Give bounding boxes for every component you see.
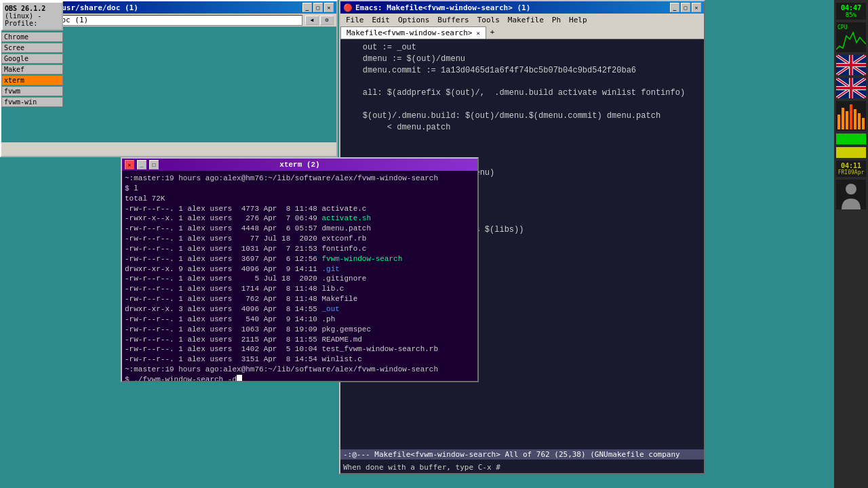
xterm-line-2: $ l bbox=[125, 184, 475, 194]
close-button[interactable]: ✕ bbox=[324, 3, 334, 12]
code-line-10 bbox=[343, 144, 701, 156]
code-line-3: dmenu.commit := 1a13d0465d1a6f4f74bc5b07… bbox=[343, 65, 701, 77]
emacs-modeline: -:@--- Makefile<fvwm-window-search> All … bbox=[340, 449, 704, 460]
taskbar-item-makefile[interactable]: Makef bbox=[1, 64, 63, 75]
cpu-chart-svg: CPU bbox=[836, 22, 866, 52]
xterm-line-15: -rw-r--r--. 1 alex users 540 Apr 9 14:10… bbox=[125, 314, 475, 325]
code-line-4 bbox=[343, 76, 701, 87]
code-line-8: < dmenu.patch bbox=[343, 122, 701, 134]
svg-rect-24 bbox=[850, 104, 852, 129]
widget-yellow-bar bbox=[836, 147, 866, 158]
emacs-menu-tools[interactable]: Tools bbox=[475, 15, 502, 25]
emacs-menu-buffers[interactable]: Buffers bbox=[435, 15, 471, 25]
xterm-window: ✕ _ □ xterm (2) ~:master:19 hours ago:al… bbox=[121, 157, 479, 382]
obs-profile: Profile: bbox=[5, 20, 60, 27]
left-task-panel: OBS 26.1.2 (linux) - Profile: Chrome Scr… bbox=[0, 0, 64, 488]
code-line-1: out := _out bbox=[343, 42, 701, 54]
xterm-line-1: ~:master:19 hours ago:alex@hm76:~/lib/so… bbox=[125, 174, 475, 184]
taskbar-item-scree[interactable]: Scree bbox=[1, 43, 63, 53]
svg-rect-26 bbox=[858, 113, 861, 129]
emacs-close-button[interactable]: ✕ bbox=[692, 3, 701, 12]
maximize-button[interactable]: □ bbox=[313, 3, 323, 12]
emacs-minibuffer[interactable]: When done with a buffer, type C-x # bbox=[340, 462, 704, 473]
widget-bar-chart bbox=[836, 101, 866, 131]
xterm-line-12: -rw-r--r--. 1 alex users 1714 Apr 8 11:4… bbox=[125, 284, 475, 294]
xterm-line-3: total 72K bbox=[125, 194, 475, 204]
fm-settings-button[interactable]: ⚙ bbox=[320, 16, 334, 25]
emacs-maximize-button[interactable]: □ bbox=[681, 3, 690, 12]
emacs-menu-edit[interactable]: Edit bbox=[370, 15, 393, 25]
emacs-window-controls: _ □ ✕ bbox=[670, 3, 701, 12]
xterm-titlebar: ✕ _ □ xterm (2) bbox=[122, 159, 477, 171]
bar-chart-svg bbox=[836, 101, 866, 131]
xterm-close-button[interactable]: ✕ bbox=[125, 160, 134, 169]
taskbar-item-xterm[interactable]: xterm bbox=[1, 75, 63, 85]
xterm-line-7: -rw-r--r--. 1 alex users 77 Jul 18 2020 … bbox=[125, 234, 475, 244]
obs-title: OBS 26.1.2 bbox=[5, 5, 60, 12]
clock2-time: 04:11 bbox=[837, 162, 865, 169]
svg-rect-23 bbox=[846, 111, 848, 129]
emacs-tab-add-button[interactable]: + bbox=[486, 26, 499, 39]
xterm-line-14: drwxr-xr-x. 3 alex users 4096 Apr 8 14:5… bbox=[125, 304, 475, 314]
taskbar-item-fvwm-win[interactable]: fvwm-win bbox=[1, 97, 63, 107]
emacs-tab-makefile[interactable]: Makefile<fvwm-window-search> ✕ bbox=[340, 26, 486, 39]
emacs-menu-makefile[interactable]: Makefile bbox=[505, 15, 547, 25]
taskbar-item-chrome[interactable]: Chrome bbox=[1, 32, 63, 42]
xterm-line-16: -rw-r--r--. 1 alex users 1063 Apr 8 19:0… bbox=[125, 325, 475, 335]
svg-text:CPU: CPU bbox=[837, 24, 848, 30]
spacefm-window-controls: _ □ ✕ bbox=[302, 3, 334, 12]
cursor bbox=[237, 375, 242, 381]
emacs-tabs: Makefile<fvwm-window-search> ✕ + bbox=[340, 26, 704, 39]
widget-clock: 04:47 85% bbox=[836, 3, 866, 20]
code-line-7: $(out)/.dmenu.build: $(out)/dmenu.$(dmen… bbox=[343, 110, 701, 122]
emacs-menu-options[interactable]: Options bbox=[395, 15, 432, 25]
emacs-icon: 🔴 bbox=[343, 3, 353, 12]
emacs-tab-close-icon[interactable]: ✕ bbox=[476, 30, 479, 37]
emacs-minimize-button[interactable]: _ bbox=[670, 3, 679, 12]
emacs-title: Emacs: Makefile<fvwm-window-search> (1) bbox=[355, 3, 530, 12]
xterm-maximize-button[interactable]: □ bbox=[149, 160, 159, 169]
fm-nav-button[interactable]: ◀ bbox=[305, 16, 319, 25]
emacs-modeline-text: -:@--- Makefile<fvwm-window-search> All … bbox=[343, 450, 680, 459]
svg-rect-19 bbox=[836, 87, 866, 89]
svg-point-29 bbox=[846, 184, 856, 195]
emacs-menu-help[interactable]: Help bbox=[566, 15, 590, 25]
code-line-2: dmenu := $(out)/dmenu bbox=[343, 54, 701, 65]
widget-flag-uk bbox=[836, 55, 866, 75]
code-line-9 bbox=[343, 133, 701, 144]
minimize-button[interactable]: _ bbox=[302, 3, 312, 12]
taskbar-item-fvwm[interactable]: fvwm bbox=[1, 86, 63, 96]
xterm-line-13: -rw-r--r--. 1 alex users 762 Apr 8 11:48… bbox=[125, 294, 475, 304]
clock2-date: FRI09Apr bbox=[837, 169, 865, 176]
xterm-line-19: -rw-r--r--. 1 alex users 3151 Apr 8 14:5… bbox=[125, 354, 475, 365]
xterm-line-9: -rw-r--r--. 1 alex users 3697 Apr 6 12:5… bbox=[125, 254, 475, 264]
emacs-menu-file[interactable]: File bbox=[343, 15, 367, 25]
xterm-line-11: -rw-r--r--. 1 alex users 5 Jul 18 2020 .… bbox=[125, 274, 475, 284]
xterm-content[interactable]: ~:master:19 hours ago:alex@hm76:~/lib/so… bbox=[122, 171, 477, 381]
xterm-line-21: $ ./fvwm-window-search -d bbox=[125, 375, 475, 381]
svg-rect-10 bbox=[836, 64, 866, 66]
taskbar-item-google[interactable]: Google bbox=[1, 54, 63, 64]
obs-subtitle: (linux) - bbox=[5, 12, 60, 20]
widget-clock2: 04:11 FRI09Apr bbox=[836, 161, 866, 177]
widget-green-bar bbox=[836, 134, 866, 144]
emacs-titlebar: 🔴 Emacs: Makefile<fvwm-window-search> (1… bbox=[340, 1, 704, 14]
emacs-menu-ph[interactable]: Ph bbox=[549, 15, 564, 25]
widget-avatar bbox=[836, 180, 866, 209]
widget-cpu: CPU bbox=[836, 22, 866, 52]
uk-flag-svg2 bbox=[836, 78, 866, 98]
xterm-line-8: -rw-r--r--. 1 alex users 1031 Apr 7 21:5… bbox=[125, 244, 475, 254]
clock-time: 04:47 bbox=[837, 4, 865, 12]
xterm-minimize-button[interactable]: _ bbox=[137, 160, 146, 169]
svg-rect-21 bbox=[837, 115, 840, 129]
svg-rect-22 bbox=[842, 108, 844, 129]
emacs-tab-label: Makefile<fvwm-window-search> bbox=[347, 28, 472, 37]
xterm-line-18: -rw-r--r--. 1 alex users 1402 Apr 5 10:0… bbox=[125, 344, 475, 354]
code-line-6 bbox=[343, 99, 701, 110]
uk-flag-svg bbox=[836, 55, 866, 75]
right-widgets-panel: 04:47 85% CPU bbox=[834, 0, 868, 488]
avatar-svg bbox=[836, 180, 866, 209]
widget-flag-uk2 bbox=[836, 78, 866, 98]
emacs-minibuffer-text: When done with a buffer, type C-x # bbox=[343, 463, 500, 472]
xterm-line-20: ~:master:19 hours ago:alex@hm76:~/lib/so… bbox=[125, 365, 475, 375]
